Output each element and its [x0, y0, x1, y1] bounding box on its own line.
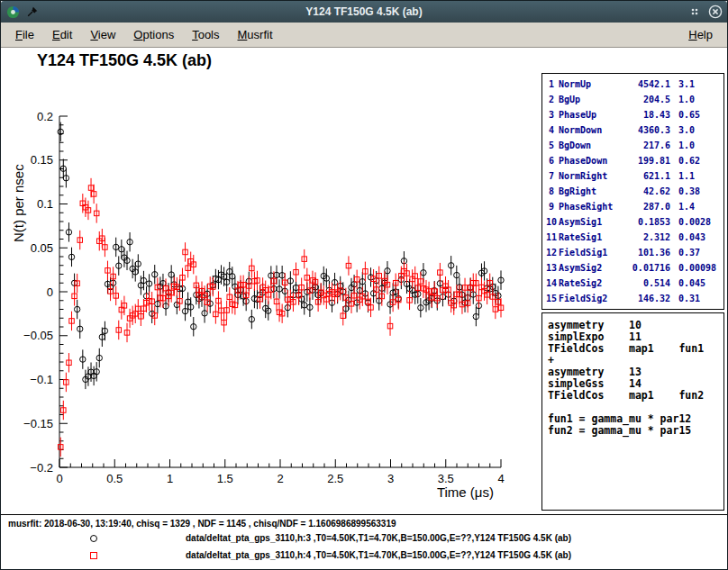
menu-tools[interactable]: Tools	[183, 24, 228, 45]
close-icon[interactable]	[708, 5, 723, 19]
application-window: { "window": { "title": "Y124 TF150G 4.5K…	[0, 0, 728, 570]
menu-right-group: Help	[679, 24, 722, 45]
legend-circle-marker-icon	[90, 535, 97, 542]
parameter-row: 7NormRight621.11.1	[546, 168, 720, 184]
title-bar-right-icons	[687, 1, 723, 23]
menu-file[interactable]: File	[6, 24, 43, 45]
parameter-row: 13AsymSig20.017160.00098	[546, 260, 720, 276]
svg-text:0.2: 0.2	[37, 110, 53, 123]
window-title: Y124 TF150G 4.5K (ab)	[1, 1, 727, 23]
parameter-row: 5BgDown217.61.0	[546, 138, 720, 153]
svg-text:0.5: 0.5	[106, 472, 123, 485]
menu-left-group: FileEditViewOptionsToolsMusrfit	[6, 24, 282, 45]
svg-text:3: 3	[387, 472, 394, 485]
info-pad: musrfit: 2018-06-30, 13:19:40, chisq = 1…	[1, 514, 727, 570]
parameter-pad: 1NormUp4542.13.12BgUp204.51.03PhaseUp18.…	[541, 73, 724, 310]
root-canvas[interactable]: Y124 TF150G 4.5K (ab) −0.2−0.15−0.1−0.05…	[1, 48, 727, 569]
y-axis-label: N(t) per nsec	[11, 164, 26, 242]
svg-text:0: 0	[56, 472, 62, 485]
svg-text:−0.2: −0.2	[30, 461, 53, 475]
window-menu-dots-icon[interactable]	[687, 5, 702, 19]
theory-line: TFieldCos map1 fun2	[548, 390, 718, 402]
svg-text:0.05: 0.05	[31, 241, 53, 255]
parameter-row: 8BgRight42.620.38	[546, 184, 720, 199]
parameter-table: 1NormUp4542.13.12BgUp204.51.03PhaseUp18.…	[546, 77, 720, 306]
parameter-row: 3PhaseUp18.430.65	[546, 107, 720, 122]
data-series-1	[58, 122, 504, 389]
svg-text:0.15: 0.15	[31, 153, 53, 167]
parameter-row: 11RateSig12.3120.043	[546, 230, 720, 245]
data-series-2	[58, 178, 503, 457]
theory-line: TFieldCos map1 fun1	[548, 343, 718, 355]
title-bar[interactable]: Y124 TF150G 4.5K (ab)	[1, 1, 727, 23]
menu-view[interactable]: View	[81, 24, 124, 45]
menu-edit[interactable]: Edit	[43, 24, 81, 45]
svg-text:0: 0	[47, 285, 53, 299]
svg-text:−0.15: −0.15	[23, 417, 53, 430]
menu-options[interactable]: Options	[124, 24, 183, 45]
parameter-row: 9PhaseRight287.01.4	[546, 199, 720, 214]
parameter-row: 1NormUp4542.13.1	[546, 77, 720, 92]
svg-text:4: 4	[497, 472, 504, 485]
legend-square-marker-icon	[90, 552, 97, 559]
parameter-row: 15FieldSig2146.320.31	[546, 291, 720, 306]
legend-label: data/deltat_pta_gps_3110,h:4 ,T0=4.50K,T…	[186, 550, 571, 560]
menu-bar: FileEditViewOptionsToolsMusrfit Help	[1, 23, 727, 48]
parameter-row: 6PhaseDown199.810.62	[546, 153, 720, 168]
parameter-row: 14RateSig20.5140.045	[546, 276, 720, 291]
svg-text:2.5: 2.5	[327, 472, 343, 485]
parameter-row: 4NormDown4360.33.0	[546, 122, 720, 138]
svg-text:1.5: 1.5	[217, 472, 233, 485]
parameter-row: 12FieldSig1101.360.37	[546, 245, 720, 260]
legend-label: data/deltat_pta_gps_3110,h:3 ,T0=4.50K,T…	[186, 533, 571, 543]
legend-entry: data/deltat_pta_gps_3110,h:3 ,T0=4.50K,T…	[1, 533, 727, 546]
x-axis-label: Time (μs)	[437, 484, 494, 500]
legend-entry: data/deltat_pta_gps_3110,h:4 ,T0=4.50K,T…	[1, 550, 727, 563]
plot-area[interactable]: −0.2−0.15−0.1−0.0500.050.10.150.200.511.…	[1, 64, 541, 514]
svg-text:0.1: 0.1	[37, 197, 53, 211]
theory-pad: asymmetry 10simplExpo 11TFieldCos map1 f…	[541, 312, 724, 511]
svg-text:−0.05: −0.05	[23, 329, 53, 342]
menu-musrfit[interactable]: Musrfit	[229, 24, 282, 45]
theory-text: asymmetry 10simplExpo 11TFieldCos map1 f…	[548, 320, 718, 437]
svg-text:2: 2	[277, 472, 283, 485]
svg-text:3.5: 3.5	[438, 472, 454, 485]
parameter-row: 2BgUp204.51.0	[546, 92, 720, 107]
theory-line: fun2 = gamma_mu * par15	[548, 425, 718, 437]
svg-text:1: 1	[167, 472, 173, 485]
menu-help[interactable]: Help	[679, 24, 722, 45]
svg-text:−0.1: −0.1	[30, 373, 53, 386]
parameter-row: 10AsymSig10.18530.0028	[546, 214, 720, 230]
fit-info: musrfit: 2018-06-30, 13:19:40, chisq = 1…	[8, 519, 396, 529]
